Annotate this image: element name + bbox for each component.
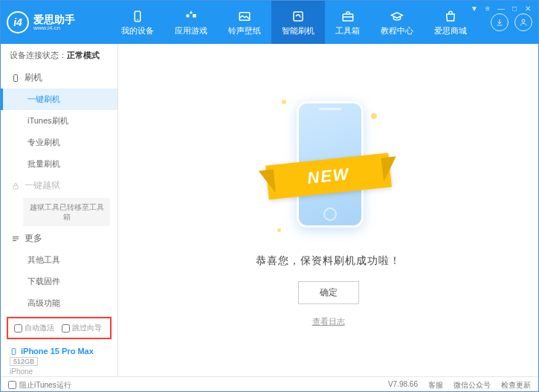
view-log-link[interactable]: 查看日志 [312, 316, 345, 327]
apps-icon [184, 9, 199, 24]
skip-guide-checkbox[interactable]: 跳过向导 [62, 323, 102, 333]
nav-ringtones[interactable]: 铃声壁纸 [218, 1, 271, 44]
footer-support[interactable]: 客服 [428, 380, 443, 391]
device-icon [11, 74, 20, 83]
sidebar-group-flash[interactable]: 刷机 [1, 67, 117, 89]
close-icon[interactable]: ✕ [523, 3, 533, 13]
block-itunes-checkbox[interactable]: 阻止iTunes运行 [8, 380, 71, 391]
user-button[interactable] [514, 13, 532, 31]
refresh-icon [291, 9, 306, 24]
footer-wechat[interactable]: 微信公众号 [454, 380, 491, 391]
sidebar-item-itunes[interactable]: iTunes刷机 [1, 110, 117, 132]
sidebar-group-more[interactable]: 更多 [1, 228, 117, 249]
gift-icon[interactable]: ▼ [469, 3, 480, 13]
nav-flash[interactable]: 智能刷机 [271, 1, 325, 44]
app-name: 爱思助手 [33, 14, 75, 25]
briefcase-icon [340, 9, 355, 24]
logo-icon: i4 [7, 11, 29, 33]
sidebar-item-advanced[interactable]: 高级功能 [1, 292, 117, 314]
sidebar-item-oneclick[interactable]: 一键刷机 [1, 89, 117, 110]
header: i4 爱思助手 www.i4.cn 我的设备 应用游戏 铃声壁纸 智能刷机 工具… [1, 1, 538, 44]
menu-icon[interactable]: ≡ [482, 3, 493, 13]
nav-apps[interactable]: 应用游戏 [164, 1, 218, 44]
success-illustration: NEW [273, 94, 384, 242]
phone-icon [130, 9, 145, 24]
graduation-icon [390, 9, 404, 24]
options-highlight: 自动激活 跳过向导 [7, 317, 112, 339]
minimize-icon[interactable]: — [496, 3, 506, 13]
svg-rect-6 [14, 74, 18, 81]
sidebar-group-jailbreak: 一键越狱 [1, 175, 117, 196]
nav-my-device[interactable]: 我的设备 [111, 1, 164, 44]
sidebar-item-pro[interactable]: 专业刷机 [1, 132, 117, 153]
top-nav: 我的设备 应用游戏 铃声壁纸 智能刷机 工具箱 教程中心 爱思商城 [111, 1, 491, 44]
phone-small-icon [10, 347, 18, 356]
sidebar: 设备连接状态：正常模式 刷机 一键刷机 iTunes刷机 专业刷机 批量刷机 一… [1, 44, 118, 376]
app-url: www.i4.cn [33, 25, 75, 31]
device-info: iPhone 15 Pro Max 512GB iPhone [1, 342, 117, 380]
main-content: NEW 恭喜您，保资料刷机成功啦！ 确定 查看日志 [118, 44, 538, 376]
download-button[interactable] [491, 13, 509, 31]
connection-status: 设备连接状态：正常模式 [1, 44, 117, 67]
svg-rect-11 [12, 348, 16, 354]
sidebar-item-firmware[interactable]: 下载固件 [1, 271, 117, 292]
nav-toolbox[interactable]: 工具箱 [325, 1, 370, 44]
jailbreak-note: 越狱工具已转移至工具箱 [23, 198, 110, 226]
device-type: iPhone [10, 367, 109, 376]
bag-icon [443, 9, 458, 24]
lock-icon [11, 181, 20, 190]
svg-rect-3 [294, 12, 303, 21]
new-ribbon: NEW [265, 152, 392, 199]
ok-button[interactable]: 确定 [298, 281, 359, 304]
success-message: 恭喜您，保资料刷机成功啦！ [256, 254, 401, 268]
sidebar-item-batch[interactable]: 批量刷机 [1, 153, 117, 175]
device-name[interactable]: iPhone 15 Pro Max [10, 347, 109, 356]
svg-rect-7 [13, 185, 18, 189]
version-label: V7.98.66 [388, 380, 418, 391]
nav-tutorials[interactable]: 教程中心 [370, 1, 424, 44]
logo: i4 爱思助手 www.i4.cn [7, 11, 111, 33]
maximize-icon[interactable]: □ [509, 3, 520, 13]
device-storage: 512GB [10, 357, 38, 366]
svg-point-5 [522, 19, 525, 22]
list-icon [11, 234, 20, 243]
footer-update[interactable]: 检查更新 [501, 380, 531, 391]
sidebar-item-other[interactable]: 其他工具 [1, 249, 117, 271]
image-icon [237, 9, 252, 24]
auto-activate-checkbox[interactable]: 自动激活 [14, 323, 54, 333]
